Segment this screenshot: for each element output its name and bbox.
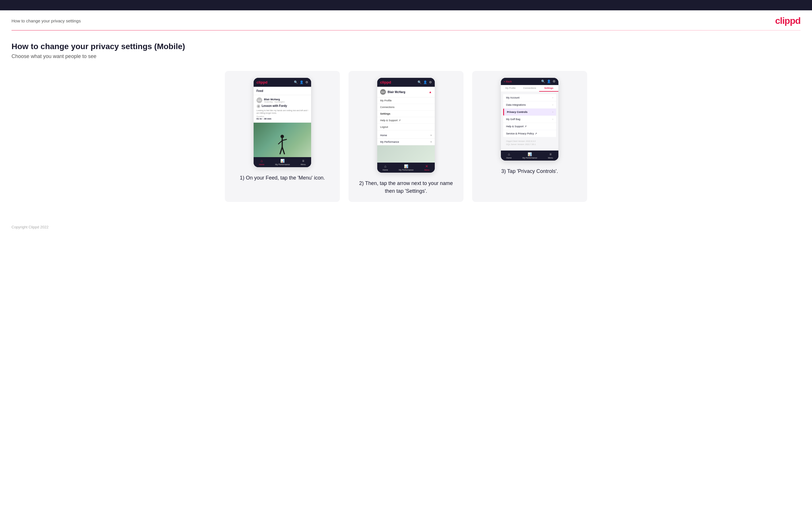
top-bar — [0, 0, 812, 10]
settings-account-arrow: › — [552, 96, 553, 99]
avatar-1: BM — [256, 97, 262, 103]
svg-line-3 — [278, 140, 283, 144]
home-label-1: Home — [259, 163, 264, 165]
menu-item-label-profile: My Profile — [380, 99, 432, 102]
search-icon-3: 🔍 — [541, 79, 545, 83]
svg-point-1 — [281, 135, 284, 138]
settings-privacy-arrow: › — [552, 111, 553, 113]
step-3-caption: 3) Tap 'Privacy Controls'. — [501, 167, 558, 175]
nav-performance-3: 📊 My Performance — [522, 152, 537, 159]
step-1-phone: clippd 🔍 👤 ⚙ Feed BM — [254, 78, 311, 167]
app-header-icons-3: 🔍 👤 ⚙ — [541, 79, 556, 83]
settings-integrations-arrow: › — [552, 103, 553, 106]
menu-item-label-settings: Settings — [380, 112, 432, 115]
nav-menu-3[interactable]: ≡ Menu — [548, 152, 553, 159]
performance-label-1: My Performance — [275, 163, 290, 165]
performance-icon-3: 📊 — [527, 152, 532, 156]
menu-username: Blair McHarg — [388, 91, 405, 94]
menu-label-3: Menu — [548, 157, 553, 159]
settings-item-label-help3: Help & Support ↗ — [506, 125, 527, 128]
menu-item-label-connections: Connections — [380, 106, 432, 109]
bottom-nav-3: ⌂ Home 📊 My Performance ≡ Menu — [501, 151, 558, 161]
settings-item-service[interactable]: Service & Privacy Policy ↗ — [503, 130, 556, 137]
svg-line-5 — [280, 147, 283, 154]
menu-user-row: BM Blair McHarg ▲ — [377, 87, 435, 97]
settings-back-bar: < Back 🔍 👤 ⚙ — [501, 78, 558, 85]
search-icon-2: 🔍 — [417, 80, 421, 84]
bottom-nav-1: ⌂ Home 📊 My Performance ≡ Menu — [254, 157, 311, 167]
app-logo-2: clippd — [380, 80, 391, 84]
feed-post: BM Blair McHarg Yesterday · Sunnington L… — [254, 95, 311, 123]
settings-item-help[interactable]: Help & Support ↗ — [503, 123, 556, 130]
feed-date: Yesterday · Sunnington — [264, 101, 285, 103]
page-title: How to change your privacy settings (Mob… — [11, 42, 801, 51]
menu-nav-home[interactable]: Home ▾ — [377, 132, 435, 139]
menu-arrow[interactable]: ▲ — [429, 90, 432, 94]
menu-item-logout[interactable]: Logout — [377, 124, 435, 130]
lesson-title: Lesson with Fordy — [262, 104, 287, 107]
back-label[interactable]: < Back — [504, 80, 512, 83]
menu-avatar: BM — [380, 89, 386, 95]
header: How to change your privacy settings clip… — [0, 10, 812, 30]
golfer-silhouette — [276, 134, 289, 157]
menu-item-profile[interactable]: My Profile — [377, 97, 435, 104]
bottom-nav-2: ⌂ Home 📊 My Performance ✕ Menu — [377, 163, 435, 173]
duration-val: 01 hr : 30 min — [256, 117, 308, 120]
settings-item-privacy-controls[interactable]: Privacy Controls › — [503, 109, 556, 115]
page-subtitle: Choose what you want people to see — [11, 53, 801, 59]
nav-home-3: ⌂ Home — [506, 152, 512, 159]
settings-item-my-account[interactable]: My Account › — [503, 94, 556, 101]
step-2-caption: 2) Then, tap the arrow next to your name… — [355, 179, 457, 195]
version1: Clippd Client Version: 2022.8.3-3 — [506, 139, 553, 143]
feed-username: Blair McHarg — [264, 98, 285, 101]
nav-menu-1[interactable]: ≡ Menu — [301, 159, 306, 165]
app-logo-1: clippd — [256, 80, 267, 84]
settings-version: Clippd Client Version: 2022.8.3-3 GQL Se… — [503, 137, 556, 148]
menu-nav-performance-arrow: ▾ — [430, 140, 432, 143]
settings-icon-2: ⚙ — [429, 80, 432, 84]
performance-label-2: My Performance — [399, 169, 413, 171]
tab-settings-active[interactable]: Settings — [539, 85, 558, 92]
menu-nav-home-label: Home — [380, 134, 387, 137]
step-1-caption: 1) On your Feed, tap the 'Menu' icon. — [240, 174, 325, 182]
settings-list: My Account › Data Integrations › Privacy… — [501, 92, 558, 151]
settings-golf-bag-arrow: › — [552, 118, 553, 121]
settings-item-label-privacy: Privacy Controls — [507, 111, 527, 113]
menu-item-label-help: Help & Support ↗ — [380, 119, 432, 122]
menu-item-label-logout: Logout — [380, 125, 432, 128]
step-2-card: clippd 🔍 👤 ⚙ BM Blair McHarg — [349, 71, 463, 202]
close-icon-2: ✕ — [425, 164, 428, 168]
menu-item-help[interactable]: Help & Support ↗ — [377, 117, 435, 124]
menu-icon-3: ≡ — [550, 152, 552, 156]
home-icon-2: ⌂ — [384, 164, 386, 168]
app-header-icons-2: 🔍 👤 ⚙ — [417, 80, 432, 84]
settings-screen: My Profile Connections Settings My Accou… — [501, 85, 558, 151]
feed-user-row: BM Blair McHarg Yesterday · Sunnington — [256, 97, 308, 103]
menu-screen: BM Blair McHarg ▲ My Profile Connections… — [377, 87, 435, 163]
menu-nav-home-arrow: ▾ — [430, 134, 432, 137]
nav-close-2[interactable]: ✕ Menu — [424, 164, 429, 171]
svg-line-4 — [283, 139, 287, 140]
copyright: Copyright Clippd 2022 — [11, 225, 49, 229]
duration-label: Duration — [256, 115, 308, 117]
version2: GQL Server Version: 2022.7.30-1 — [506, 143, 553, 146]
svg-line-6 — [283, 147, 285, 154]
person-icon-1: 👤 — [300, 80, 304, 84]
main-content: How to change your privacy settings (Mob… — [0, 31, 812, 219]
settings-tabs: My Profile Connections Settings — [501, 85, 558, 92]
home-icon-1: ⌂ — [260, 159, 262, 163]
settings-item-label-account: My Account — [506, 96, 519, 99]
step-1-card: clippd 🔍 👤 ⚙ Feed BM — [225, 71, 340, 202]
menu-item-settings[interactable]: Settings — [377, 111, 435, 117]
tab-connections[interactable]: Connections — [520, 85, 540, 92]
menu-item-connections[interactable]: Connections — [377, 104, 435, 111]
settings-item-golf-bag[interactable]: My Golf Bag › — [503, 116, 556, 123]
menu-nav-performance[interactable]: My Performance ▾ — [377, 139, 435, 145]
feed-image — [254, 123, 311, 157]
tab-my-profile[interactable]: My Profile — [501, 85, 520, 92]
footer: Copyright Clippd 2022 — [0, 219, 812, 235]
menu-icon-1: ≡ — [302, 159, 304, 163]
nav-home-1: ⌂ Home — [259, 159, 264, 165]
menu-label-2: Menu — [424, 169, 429, 171]
settings-item-data-integrations[interactable]: Data Integrations › — [503, 101, 556, 108]
